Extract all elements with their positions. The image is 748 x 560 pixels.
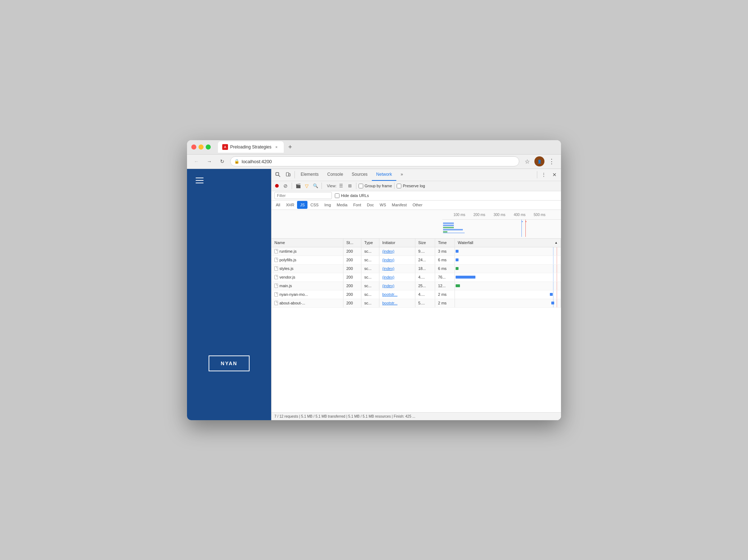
forward-button[interactable]: → [204,156,214,166]
filter-css[interactable]: CSS [307,201,321,209]
devtools-options-button[interactable]: ⋮ [539,170,549,180]
td-initiator[interactable]: (index) [379,265,415,273]
nyan-button[interactable]: NYAN [209,355,250,371]
table-row[interactable]: about-about-... 200 sc... bootstr... 5..… [272,299,561,308]
svg-line-1 [279,175,280,177]
preserve-log-checkbox[interactable] [397,184,401,188]
th-type[interactable]: Type [361,239,379,247]
td-initiator[interactable]: (index) [379,247,415,256]
filter-ws[interactable]: WS [377,201,389,209]
td-status: 200 [343,256,361,264]
waterfall-bar [551,302,554,304]
menu-button[interactable]: ⋮ [547,156,557,166]
profile-button[interactable]: 👤 [534,156,544,166]
hide-data-urls-checkbox[interactable] [335,193,339,198]
timeline-label-400ms: 400 ms [514,213,525,217]
maximize-window-button[interactable] [206,144,211,150]
filter-img[interactable]: Img [321,201,334,209]
tab-console[interactable]: Console [323,169,347,181]
filter-font[interactable]: Font [350,201,364,209]
filter-doc[interactable]: Doc [364,201,377,209]
td-name: polyfills.js [272,256,343,264]
td-waterfall [455,282,561,290]
grouped-view-button[interactable]: ⊞ [346,182,354,190]
filter-manifest[interactable]: Manifest [389,201,410,209]
filter-xhr[interactable]: XHR [283,201,297,209]
filter-other[interactable]: Other [410,201,425,209]
th-time[interactable]: Time [435,239,455,247]
td-initiator[interactable]: bootstr... [379,290,415,299]
net-separator-4 [394,183,394,189]
devtools-close-button[interactable]: ✕ [549,170,560,180]
th-waterfall[interactable]: Waterfall ▲ [455,239,561,247]
table-row[interactable]: main.js 200 sc... (index) 25... 12... [272,282,561,290]
hide-data-urls-label[interactable]: Hide data URLs [335,193,369,198]
device-toolbar-button[interactable] [283,170,293,180]
filter-js[interactable]: JS [297,201,307,209]
close-window-button[interactable] [191,144,196,150]
address-bar[interactable]: 🔒 localhost:4200 [230,156,519,166]
record-button[interactable] [273,182,281,190]
tab-network[interactable]: Network [372,169,396,181]
waterfall-bar [456,250,459,253]
tab-more[interactable]: » [396,169,407,181]
td-initiator[interactable]: (index) [379,273,415,281]
table-row[interactable]: nyan-nyan-mo... 200 sc... bootstr... 4..… [272,290,561,299]
file-icon [274,284,278,288]
th-size[interactable]: Size [415,239,435,247]
td-waterfall [455,265,561,273]
net-separator-3 [356,183,356,189]
preserve-log-label[interactable]: Preserve log [397,184,425,188]
devtools-toolbar-right: ⋮ ✕ [539,170,560,180]
list-view-button[interactable]: ☰ [337,182,345,190]
svg-rect-0 [276,173,279,175]
td-type: sc... [361,273,379,281]
td-size: 24... [415,256,435,264]
timeline-label-200ms: 200 ms [474,213,485,217]
main-content: NYAN Elem [187,169,561,420]
td-type: sc... [361,282,379,290]
browser-window: A Preloading Strategies × + ← → ↻ 🔒 loca… [187,140,561,420]
tab-sources[interactable]: Sources [347,169,372,181]
th-status[interactable]: St... [343,239,361,247]
active-tab[interactable]: A Preloading Strategies × [218,141,284,153]
td-initiator[interactable]: (index) [379,282,415,290]
minimize-window-button[interactable] [199,144,204,150]
back-button[interactable]: ← [191,156,201,166]
nav-actions: ☆ 👤 ⋮ [522,156,557,166]
td-name: styles.js [272,265,343,273]
table-row[interactable]: styles.js 200 sc... (index) 18... 6 ms [272,265,561,273]
td-initiator[interactable]: bootstr... [379,299,415,307]
group-by-frame-label[interactable]: Group by frame [359,184,392,188]
td-size: 4.... [415,273,435,281]
inspect-element-button[interactable] [273,170,283,180]
hamburger-menu-button[interactable] [193,175,206,186]
filter-media[interactable]: Media [334,201,350,209]
filter-all[interactable]: All [273,201,283,209]
clear-button[interactable]: ⊘ [282,182,289,190]
dcl-line [521,220,522,237]
table-row[interactable]: vendor.js 200 sc... (index) 4.... 76... [272,273,561,282]
td-time: 6 ms [435,265,455,273]
capture-screenshots-button[interactable]: 🎬 [294,182,302,190]
td-waterfall [455,299,561,307]
search-button[interactable]: 🔍 [311,182,319,190]
table-row[interactable]: polyfills.js 200 sc... (index) 24... 6 m… [272,256,561,265]
filter-input[interactable] [274,192,332,199]
bookmark-button[interactable]: ☆ [522,156,532,166]
filter-button[interactable]: ▽ [303,182,311,190]
tab-close-button[interactable]: × [274,144,279,150]
td-type: sc... [361,290,379,299]
group-by-frame-checkbox[interactable] [359,184,363,188]
tab-elements[interactable]: Elements [296,169,323,181]
reload-button[interactable]: ↻ [217,156,227,166]
new-tab-button[interactable]: + [285,142,295,152]
th-name[interactable]: Name [272,239,343,247]
td-time: 6 ms [435,256,455,264]
td-status: 200 [343,273,361,281]
file-icon [274,275,278,279]
th-initiator[interactable]: Initiator [379,239,415,247]
table-row[interactable]: runtime.js 200 sc... (index) 9.... 3 ms [272,247,561,256]
svg-rect-2 [286,173,289,176]
td-initiator[interactable]: (index) [379,256,415,264]
